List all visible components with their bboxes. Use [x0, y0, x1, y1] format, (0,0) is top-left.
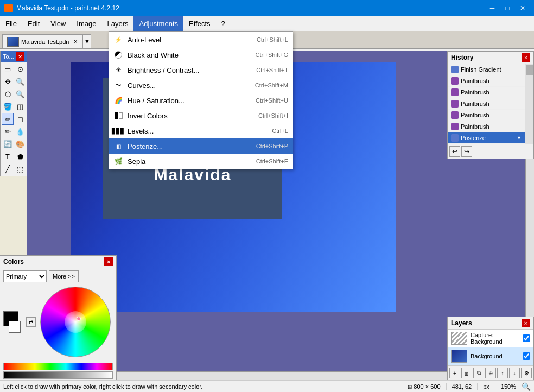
paintbrush-2-icon: [451, 88, 459, 96]
color-picker-tool[interactable]: 💧: [14, 125, 26, 137]
menu-file[interactable]: File: [0, 16, 22, 31]
paintbrush-4-icon: [451, 111, 459, 119]
history-scroll-thumb[interactable]: [526, 65, 533, 75]
menu-effects[interactable]: Effects: [183, 16, 216, 31]
swap-colors-button[interactable]: ⇄: [26, 317, 36, 327]
selection-tool[interactable]: ⬚: [14, 163, 26, 175]
close-button[interactable]: ✕: [516, 3, 530, 14]
primary-secondary-select[interactable]: Primary: [3, 270, 47, 282]
document-tab[interactable]: Malavida Test.pdn ✕: [2, 34, 82, 48]
history-item-paintbrush-2[interactable]: Paintbrush: [448, 87, 525, 98]
menu-hue-saturation[interactable]: 🌈 Hue / Saturation... Ctrl+Shift+U: [109, 93, 293, 108]
title-bar-controls: ─ □ ✕: [485, 3, 530, 14]
history-body: Finish Gradient Paintbrush Paintbrush Pa…: [448, 64, 533, 144]
delete-layer-button[interactable]: 🗑: [461, 368, 472, 378]
menu-black-white[interactable]: Black and White Ctrl+Shift+G: [109, 47, 293, 62]
menu-edit[interactable]: Edit: [22, 16, 45, 31]
menu-layers[interactable]: Layers: [101, 16, 134, 31]
menu-brightness-contrast[interactable]: ☀ Brightness / Contrast... Ctrl+Shift+T: [109, 62, 293, 78]
menu-curves[interactable]: 〜 Curves... Ctrl+Shift+M: [109, 78, 293, 93]
line-tool[interactable]: ╱: [2, 163, 14, 175]
color-spectrum-bar[interactable]: [3, 363, 113, 370]
add-layer-button[interactable]: +: [449, 368, 460, 378]
history-item-finish-gradient[interactable]: Finish Gradient: [448, 64, 525, 75]
lasso-tool[interactable]: ⊙: [14, 63, 26, 75]
color-picker-cursor: [77, 317, 81, 321]
move-layer-up-button[interactable]: ↑: [497, 368, 508, 378]
menu-view[interactable]: View: [45, 16, 71, 31]
levels-label: Levels...: [128, 127, 268, 135]
colors-panel: Colors ✕ Primary More >> ⇄: [0, 255, 117, 380]
more-colors-button[interactable]: More >>: [49, 270, 79, 282]
minimize-button[interactable]: ─: [485, 3, 499, 14]
tab-dropdown-button[interactable]: ▼: [82, 34, 91, 48]
invert-label: Invert Colors: [128, 112, 254, 120]
menu-posterize[interactable]: ◧ Posterize... Ctrl+Shift+P: [109, 138, 293, 154]
tool-grid: ▭ ⊙ ✥ 🔍 ⬡ 🔍 🪣 ◫ ✏ ◻ ✏ 💧 🔄 🎨 T ⬟ ╱ ⬚: [1, 62, 27, 176]
color-wheel[interactable]: [40, 287, 111, 357]
maximize-button[interactable]: □: [500, 3, 514, 14]
capture-bg-visibility[interactable]: [523, 334, 530, 342]
menu-sepia[interactable]: 🌿 Sepia Ctrl+Shift+E: [109, 154, 293, 169]
history-list: Finish Gradient Paintbrush Paintbrush Pa…: [448, 64, 525, 144]
history-scrollbar[interactable]: [525, 64, 533, 144]
menu-invert[interactable]: Invert Colors Ctrl+Shift+I: [109, 108, 293, 123]
tab-close[interactable]: ✕: [73, 39, 78, 45]
text-tool[interactable]: T: [2, 150, 14, 162]
menu-help[interactable]: ?: [216, 16, 231, 31]
layers-close-button[interactable]: ✕: [522, 319, 530, 327]
menu-image[interactable]: Image: [71, 16, 101, 31]
levels-shortcut: Ctrl+L: [272, 128, 288, 134]
tool-panel-close[interactable]: ✕: [16, 52, 24, 61]
color-swatches: ⇄: [0, 284, 116, 362]
undo-button[interactable]: ↩: [449, 146, 460, 157]
layer-properties-button[interactable]: ⚙: [521, 368, 532, 378]
zoom-out-tool[interactable]: 🔍: [14, 88, 26, 100]
secondary-color-swatch[interactable]: [9, 321, 21, 333]
zoom-tool[interactable]: 🔍: [14, 75, 26, 87]
history-close-button[interactable]: ×: [522, 53, 530, 62]
clone-stamp-tool[interactable]: 🔄: [2, 138, 14, 150]
gradient-tool[interactable]: ◫: [14, 100, 26, 112]
dimensions-icon: ⊞: [408, 384, 412, 390]
colors-close-button[interactable]: ✕: [104, 257, 113, 266]
menu-auto-level[interactable]: ⚡ Auto-Level Ctrl+Shift+L: [109, 32, 293, 47]
status-bar: Left click to draw with primary color, r…: [0, 380, 534, 392]
zoom-out-status-button[interactable]: 🔍: [522, 382, 531, 391]
posterize-label: Posterize...: [128, 142, 252, 150]
history-item-paintbrush-1[interactable]: Paintbrush: [448, 75, 525, 87]
layer-capture-background[interactable]: Capture: Background: [448, 330, 533, 347]
bg-visibility[interactable]: [523, 352, 530, 360]
bg-layer-name: Background: [471, 353, 519, 359]
duplicate-layer-button[interactable]: ⧉: [473, 368, 484, 378]
history-item-paintbrush-5[interactable]: Paintbrush: [448, 121, 525, 132]
magic-wand-tool[interactable]: ⬡: [2, 88, 14, 100]
paintbrush-tool[interactable]: ✏: [2, 113, 14, 125]
app-icon: [4, 4, 13, 12]
move-layer-down-button[interactable]: ↓: [509, 368, 520, 378]
history-item-paintbrush-4[interactable]: Paintbrush: [448, 110, 525, 121]
menu-levels[interactable]: ▊▊▊ Levels... Ctrl+L: [109, 123, 293, 138]
status-dimensions: ⊞ 800 × 600: [408, 383, 440, 390]
merge-layer-button[interactable]: ⊕: [485, 368, 496, 378]
pencil-tool[interactable]: ✏: [2, 125, 14, 137]
history-item-paintbrush-3[interactable]: Paintbrush: [448, 98, 525, 110]
history-actions: ↩ ↪: [448, 144, 533, 159]
eraser-tool[interactable]: ◻: [14, 113, 26, 125]
redo-button[interactable]: ↪: [461, 146, 472, 157]
hue-label: Hue / Saturation...: [128, 97, 251, 105]
layers-header: Layers ✕: [448, 317, 533, 330]
sepia-shortcut: Ctrl+Shift+E: [256, 158, 288, 165]
curves-shortcut: Ctrl+Shift+M: [255, 82, 288, 88]
menu-adjustments[interactable]: Adjustments: [134, 16, 183, 31]
move-tool[interactable]: ✥: [2, 75, 14, 87]
brightness-icon: ☀: [113, 65, 123, 75]
brightness-bar[interactable]: [3, 371, 113, 379]
curves-icon: 〜: [113, 80, 123, 90]
shapes-tool[interactable]: ⬟: [14, 150, 26, 162]
history-item-posterize[interactable]: Posterize ▼: [448, 132, 525, 144]
paint-bucket-tool[interactable]: 🪣: [2, 100, 14, 112]
layer-background[interactable]: Background: [448, 347, 533, 365]
recolor-tool[interactable]: 🎨: [14, 138, 26, 150]
rectangle-select-tool[interactable]: ▭: [2, 63, 14, 75]
